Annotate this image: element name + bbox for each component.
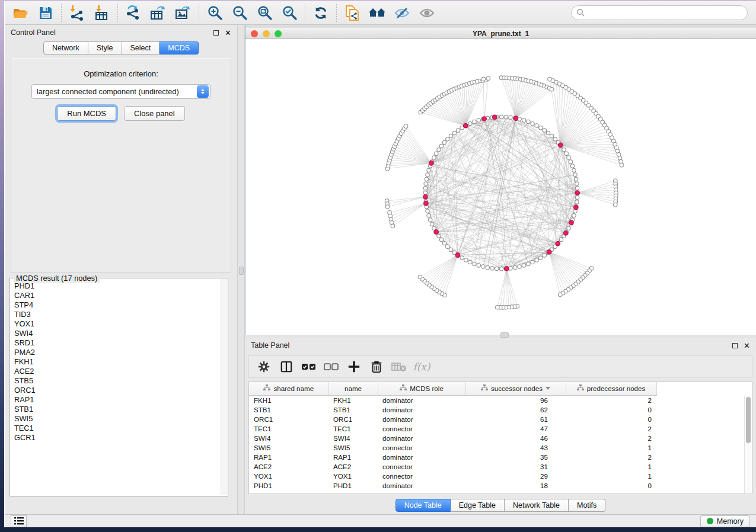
run-mcds-button[interactable]: Run MCDS xyxy=(57,106,116,121)
mcds-hub-node[interactable] xyxy=(513,116,518,121)
table-scrollbar-thumb[interactable] xyxy=(746,397,751,443)
table-row[interactable]: RAP1RAP1dominator352 xyxy=(249,452,745,462)
mcds-hub-node[interactable] xyxy=(423,194,428,199)
mcds-hub-node[interactable] xyxy=(569,220,574,225)
zoom-fit-icon[interactable] xyxy=(252,3,277,23)
save-session-icon[interactable] xyxy=(33,3,58,23)
mcds-hub-node[interactable] xyxy=(492,115,497,120)
tab-select[interactable]: Select xyxy=(122,41,160,55)
mcds-result-item[interactable]: YOX1 xyxy=(14,319,221,329)
mcds-result-item[interactable]: RAP1 xyxy=(14,395,221,405)
mcds-result-item[interactable]: PMA2 xyxy=(14,348,221,357)
column-header-successor-nodes[interactable]: successor nodes xyxy=(465,382,566,395)
show-columns-icon[interactable] xyxy=(276,358,296,376)
task-history-button[interactable] xyxy=(11,515,27,527)
search-input[interactable] xyxy=(571,5,748,20)
table-row[interactable]: ORC1ORC1dominator610 xyxy=(249,414,745,424)
export-image-icon[interactable] xyxy=(171,3,196,23)
close-panel-button[interactable]: Close panel xyxy=(124,106,185,121)
mcds-result-item[interactable]: TID3 xyxy=(14,310,221,319)
memory-button[interactable]: Memory xyxy=(700,515,750,527)
mcds-hub-node[interactable] xyxy=(574,205,579,210)
vertical-splitter[interactable] xyxy=(237,25,245,514)
network-titlebar[interactable]: YPA_prune.txt_1 xyxy=(245,28,756,39)
mcds-result-item[interactable]: PHD1 xyxy=(14,281,221,291)
splitter-grip[interactable] xyxy=(500,332,509,338)
mcds-result-item[interactable]: CAR1 xyxy=(14,291,221,300)
mcds-result-item[interactable]: SRD1 xyxy=(14,338,221,348)
import-table-icon[interactable] xyxy=(90,3,114,23)
table-row[interactable]: SWI5SWI5connector431 xyxy=(249,443,745,452)
select-all-icon[interactable] xyxy=(299,358,319,376)
mcds-result-item[interactable]: ORC1 xyxy=(14,386,221,395)
column-header-shared-name[interactable]: shared name xyxy=(249,382,328,395)
tab-mcds[interactable]: MCDS xyxy=(160,41,199,55)
close-panel-icon[interactable]: ✕ xyxy=(744,342,750,350)
mcds-hub-node[interactable] xyxy=(463,123,468,128)
mcds-result-item[interactable]: SWI5 xyxy=(14,414,221,424)
open-file-icon[interactable] xyxy=(8,3,33,23)
mcds-hub-node[interactable] xyxy=(558,143,563,148)
mcds-result-item[interactable]: FKH1 xyxy=(14,357,221,367)
mcds-result-list[interactable]: PHD1CAR1STP4TID3YOX1SWI4SRD1PMA2FKH1ACE2… xyxy=(11,279,221,495)
deselect-all-icon[interactable] xyxy=(321,358,342,376)
node-table-grid[interactable]: shared namenameMCDS rolesuccessor nodesp… xyxy=(249,382,745,490)
first-neighbors-icon[interactable] xyxy=(365,3,390,23)
mcds-hub-node[interactable] xyxy=(455,253,460,258)
mcds-hub-node[interactable] xyxy=(547,249,551,254)
column-header-predecessor-nodes[interactable]: predecessor nodes xyxy=(566,382,656,395)
mcds-result-item[interactable]: SWI4 xyxy=(14,329,221,338)
refresh-icon[interactable] xyxy=(308,3,333,23)
zoom-out-icon[interactable] xyxy=(227,3,252,23)
tab-style[interactable]: Style xyxy=(88,41,122,55)
column-header-name[interactable]: name xyxy=(328,382,378,395)
hide-selected-icon[interactable] xyxy=(390,3,414,23)
splitter-grip[interactable] xyxy=(239,267,244,275)
table-row[interactable]: FKH1FKH1dominator962 xyxy=(249,395,745,405)
mcds-hub-node[interactable] xyxy=(575,191,580,196)
mcds-result-item[interactable]: GCR1 xyxy=(14,433,221,443)
table-scrollbar[interactable] xyxy=(744,396,751,493)
mcds-result-item[interactable]: STP4 xyxy=(14,300,221,310)
mcds-list-scrollbar[interactable] xyxy=(221,279,227,495)
import-network-icon[interactable] xyxy=(65,3,90,23)
tab-network-table[interactable]: Network Table xyxy=(505,499,569,512)
mcds-result-item[interactable]: STB5 xyxy=(14,376,221,386)
table-row[interactable]: PHD1PHD1dominator180 xyxy=(249,480,745,490)
table-options-gear-icon[interactable] xyxy=(254,358,274,376)
mcds-hub-node[interactable] xyxy=(482,117,487,121)
export-table-icon[interactable] xyxy=(146,3,171,23)
table-row[interactable]: SWI4SWI4dominator462 xyxy=(249,433,745,443)
add-column-icon[interactable] xyxy=(344,358,364,376)
table-row[interactable]: YOX1YOX1connector291 xyxy=(249,471,745,480)
mcds-hub-node[interactable] xyxy=(434,230,439,235)
close-panel-icon[interactable]: ✕ xyxy=(225,29,231,37)
network-canvas[interactable] xyxy=(245,39,756,335)
mcds-result-item[interactable]: TEC1 xyxy=(14,424,221,433)
float-panel-icon[interactable] xyxy=(732,343,738,348)
show-all-icon[interactable] xyxy=(414,3,439,23)
criterion-dropdown[interactable]: largest connected component (undirected) xyxy=(31,84,210,99)
mcds-hub-node[interactable] xyxy=(424,201,429,206)
column-header-MCDS-role[interactable]: MCDS role xyxy=(378,382,465,395)
export-network-icon[interactable] xyxy=(121,3,146,23)
tab-network[interactable]: Network xyxy=(43,41,88,55)
table-row[interactable]: STB1STB1dominator620 xyxy=(249,405,745,414)
table-row[interactable]: TEC1TEC1connector472 xyxy=(249,424,745,433)
mcds-hub-node[interactable] xyxy=(429,161,434,166)
tab-motifs[interactable]: Motifs xyxy=(569,499,605,512)
float-panel-icon[interactable] xyxy=(213,30,219,36)
tab-node-table[interactable]: Node Table xyxy=(395,499,451,512)
tab-edge-table[interactable]: Edge Table xyxy=(451,499,505,512)
zoom-in-icon[interactable] xyxy=(202,3,227,23)
mcds-hub-node[interactable] xyxy=(564,231,569,236)
mcds-hub-node[interactable] xyxy=(556,241,560,246)
delete-column-icon[interactable] xyxy=(366,358,387,376)
chevron-down-icon[interactable] xyxy=(546,387,550,390)
copy-network-icon[interactable] xyxy=(340,3,365,23)
zoom-selected-icon[interactable] xyxy=(277,3,302,23)
table-row[interactable]: ACE2ACE2connector311 xyxy=(249,462,745,471)
mcds-hub-node[interactable] xyxy=(505,267,509,271)
mcds-result-item[interactable]: STB1 xyxy=(14,405,221,414)
mcds-result-item[interactable]: ACE2 xyxy=(14,367,221,376)
